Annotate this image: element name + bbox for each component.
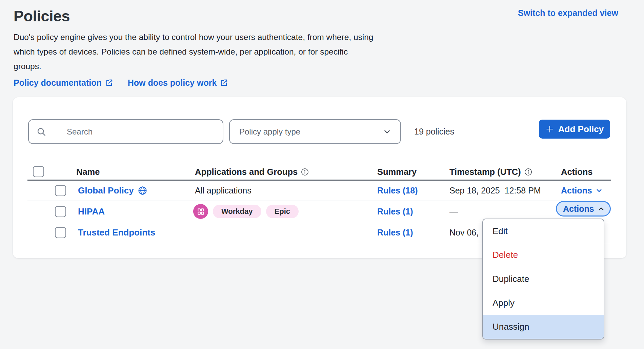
description-line: Duo's policy engine gives you the abilit… bbox=[14, 30, 373, 44]
menu-item-duplicate[interactable]: Duplicate bbox=[483, 267, 604, 291]
plus-icon bbox=[545, 125, 554, 134]
column-header-applications: Applications and Groups bbox=[195, 165, 309, 179]
info-icon[interactable] bbox=[301, 168, 309, 176]
actions-dropdown-button-open[interactable]: Actions bbox=[556, 201, 611, 217]
actions-label: Actions bbox=[563, 204, 594, 214]
search-input[interactable] bbox=[66, 127, 196, 137]
policy-name-link[interactable]: Global Policy bbox=[78, 185, 147, 196]
rules-link[interactable]: Rules (18) bbox=[377, 186, 418, 196]
timestamp-cell: Nov 06, bbox=[449, 228, 479, 238]
app-group-grid-icon bbox=[197, 208, 205, 215]
policy-name-link[interactable]: Trusted Endpoints bbox=[78, 227, 155, 238]
policy-documentation-link[interactable]: Policy documentation bbox=[14, 78, 113, 88]
search-icon bbox=[36, 127, 46, 137]
switch-expanded-view-link[interactable]: Switch to expanded view bbox=[518, 8, 618, 18]
column-header-timestamp: Timestamp (UTC) bbox=[449, 165, 532, 179]
row-checkbox[interactable] bbox=[55, 227, 66, 238]
info-icon[interactable] bbox=[524, 168, 532, 176]
external-link-icon bbox=[220, 79, 228, 87]
column-header-actions: Actions bbox=[561, 165, 593, 179]
row-checkbox[interactable] bbox=[55, 185, 66, 196]
description-line: which types of devices. Policies can be … bbox=[14, 44, 373, 59]
add-policy-label: Add Policy bbox=[558, 124, 604, 135]
applications-cell: All applications bbox=[195, 186, 251, 196]
policy-apply-type-select[interactable]: Policy apply type bbox=[229, 119, 401, 144]
external-link-icon bbox=[105, 79, 113, 87]
table-row: Global Policy All applications Rules (18… bbox=[13, 181, 626, 201]
how-policy-works-link[interactable]: How does policy work bbox=[128, 78, 228, 88]
column-header-summary: Summary bbox=[377, 165, 417, 179]
chevron-up-icon bbox=[597, 205, 605, 213]
page-title: Policies bbox=[14, 7, 70, 25]
actions-menu: Edit Delete Duplicate Apply Unassign bbox=[482, 219, 604, 340]
select-all-checkbox[interactable] bbox=[33, 166, 44, 177]
globe-icon bbox=[138, 186, 147, 196]
doc-links-row: Policy documentation How does policy wor… bbox=[14, 78, 228, 88]
applications-cell: Workday Epic bbox=[193, 204, 299, 219]
column-header-name: Name bbox=[76, 165, 100, 179]
search-box[interactable] bbox=[28, 119, 223, 144]
policy-name-label: Global Policy bbox=[78, 185, 134, 196]
page-description: Duo's policy engine gives you the abilit… bbox=[14, 30, 373, 74]
policy-count: 19 policies bbox=[414, 119, 454, 144]
actions-label: Actions bbox=[561, 186, 592, 196]
menu-item-delete[interactable]: Delete bbox=[483, 243, 604, 267]
application-pill: Epic bbox=[266, 205, 299, 218]
policy-apply-type-value: Policy apply type bbox=[239, 127, 300, 137]
column-header-timestamp-label: Timestamp (UTC) bbox=[449, 167, 521, 177]
menu-item-apply[interactable]: Apply bbox=[483, 291, 604, 315]
description-line: groups. bbox=[14, 59, 373, 74]
timestamp-cell: Sep 18, 2025 12:58 PM bbox=[449, 186, 541, 196]
row-checkbox[interactable] bbox=[55, 206, 66, 217]
timestamp-cell: — bbox=[449, 207, 458, 217]
menu-item-edit[interactable]: Edit bbox=[483, 219, 604, 243]
actions-dropdown-button[interactable]: Actions bbox=[561, 186, 603, 196]
menu-item-unassign[interactable]: Unassign bbox=[483, 315, 604, 339]
policy-name-link[interactable]: HIPAA bbox=[78, 206, 105, 217]
column-header-applications-label: Applications and Groups bbox=[195, 167, 298, 177]
rules-link[interactable]: Rules (1) bbox=[377, 207, 413, 217]
chevron-down-icon bbox=[383, 127, 391, 136]
how-policy-works-label: How does policy work bbox=[128, 78, 217, 88]
chevron-down-icon bbox=[595, 187, 603, 194]
application-pill: Workday bbox=[213, 205, 261, 218]
app-group-badge bbox=[193, 204, 208, 219]
policy-documentation-label: Policy documentation bbox=[14, 78, 102, 88]
add-policy-button[interactable]: Add Policy bbox=[539, 120, 610, 139]
rules-link[interactable]: Rules (1) bbox=[377, 228, 413, 238]
